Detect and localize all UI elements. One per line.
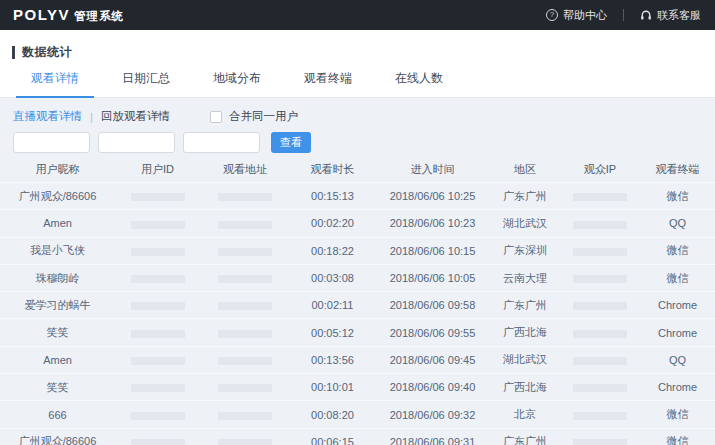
col-watch-url: 观看地址 [200,162,290,177]
link-separator: | [90,111,93,123]
table-row: 我是小飞侠 00:18:22 2018/06/06 10:15 广东深圳 微信 [0,237,715,264]
redacted-user-id [131,357,185,365]
cell-nickname: Amen [0,354,115,366]
redacted-watch-url [218,384,272,392]
cell-nickname: 我是小飞侠 [0,243,115,258]
help-center-label: 帮助中心 [563,8,607,23]
redacted-watch-url [218,275,272,283]
cell-watch-url [200,245,290,257]
cell-user-id [115,272,200,284]
cell-terminal: 微信 [640,271,715,286]
cell-terminal: 微信 [640,407,715,422]
merge-checkbox-label: 合并同一用户 [229,109,298,124]
cell-user-id [115,245,200,257]
filter-links: 直播观看详情 | 回放观看详情 合并同一用户 [0,98,715,124]
cell-enter-time: 2018/06/06 09:32 [375,409,490,421]
col-nickname: 用户昵称 [0,162,115,177]
cell-nickname: 666 [0,409,115,421]
cell-enter-time: 2018/06/06 09:55 [375,327,490,339]
table-row: 笑笑 00:05:12 2018/06/06 09:55 广西北海 Chrome [0,318,715,345]
redacted-watch-url [218,302,272,310]
cell-duration: 00:05:12 [290,327,375,339]
cell-duration: 00:13:56 [290,354,375,366]
col-viewer-ip: 观众IP [560,162,640,177]
redacted-watch-url [218,221,272,229]
table-row: 珠穆朗岭 00:03:08 2018/06/06 10:05 云南大理 微信 [0,264,715,291]
cell-region: 广西北海 [490,380,560,395]
tab-watch-details[interactable]: 观看详情 [16,70,94,98]
cell-nickname: Amen [0,217,115,229]
cell-enter-time: 2018/06/06 10:05 [375,272,490,284]
cell-region: 广东广州 [490,298,560,313]
redacted-user-id [131,248,185,256]
redacted-viewer-ip [573,412,627,420]
table-row: 666 00:08:20 2018/06/06 09:32 北京 微信 [0,400,715,427]
live-details-link[interactable]: 直播观看详情 [13,109,82,124]
cell-user-id [115,190,200,202]
redacted-viewer-ip [573,357,627,365]
cell-nickname: 爱学习的蜗牛 [0,298,115,313]
cell-watch-url [200,327,290,339]
cell-region: 云南大理 [490,271,560,286]
help-center-link[interactable]: ? 帮助中心 [546,8,607,23]
cell-user-id [115,381,200,393]
redacted-watch-url [218,193,272,201]
polyv-logo[interactable]: POLYV 管理系统 [13,6,124,24]
cell-enter-time: 2018/06/06 09:45 [375,354,490,366]
cell-user-id [115,409,200,421]
playback-details-link[interactable]: 回放观看详情 [101,109,170,124]
redacted-user-id [131,221,185,229]
cell-region: 北京 [490,407,560,422]
tab-date-summary[interactable]: 日期汇总 [107,70,185,98]
table-row: 笑笑 00:10:01 2018/06/06 09:40 广西北海 Chrome [0,373,715,400]
redacted-viewer-ip [573,221,627,229]
col-region: 地区 [490,162,560,177]
tab-online-users[interactable]: 在线人数 [380,70,458,98]
cell-viewer-ip [560,299,640,311]
merge-checkbox[interactable] [210,111,222,123]
query-input-1[interactable] [13,132,90,153]
query-input-3[interactable] [183,132,260,153]
redacted-watch-url [218,357,272,365]
topbar-actions: ? 帮助中心 联系客服 [546,8,701,23]
table-row: Amen 00:13:56 2018/06/06 09:45 湖北武汉 QQ [0,346,715,373]
tab-region-distribution[interactable]: 地域分布 [198,70,276,98]
cell-terminal: Chrome [640,327,715,339]
cell-terminal: 微信 [640,243,715,258]
cell-enter-time: 2018/06/06 10:25 [375,190,490,202]
cell-duration: 00:15:13 [290,190,375,202]
cell-enter-time: 2018/06/06 09:31 [375,436,490,445]
cell-duration: 00:10:01 [290,381,375,393]
cell-duration: 00:08:20 [290,409,375,421]
cell-region: 广东广州 [490,189,560,204]
merge-same-user-option[interactable]: 合并同一用户 [210,109,298,124]
cell-region: 广东广州 [490,434,560,445]
cell-user-id [115,354,200,366]
contact-support-link[interactable]: 联系客服 [640,8,701,23]
query-input-2[interactable] [98,132,175,153]
cell-nickname: 广州观众/86606 [0,434,115,445]
cell-watch-url [200,354,290,366]
redacted-watch-url [218,248,272,256]
cell-viewer-ip [560,354,640,366]
filter-inputs: 查看 [0,131,715,153]
cell-enter-time: 2018/06/06 09:40 [375,381,490,393]
redacted-viewer-ip [573,302,627,310]
cell-duration: 00:02:20 [290,217,375,229]
redacted-viewer-ip [573,330,627,338]
col-terminal: 观看终端 [640,162,715,177]
cell-enter-time: 2018/06/06 10:23 [375,217,490,229]
redacted-viewer-ip [573,439,627,445]
col-duration: 观看时长 [290,162,375,177]
cell-user-id [115,327,200,339]
table-row: 爱学习的蜗牛 00:02:11 2018/06/06 09:58 广东广州 Ch… [0,291,715,318]
redacted-viewer-ip [573,193,627,201]
cell-duration: 00:02:11 [290,299,375,311]
cell-user-id [115,299,200,311]
page-head: 数据统计 观看详情 日期汇总 地域分布 观看终端 在线人数 [0,30,715,98]
redacted-watch-url [218,439,272,445]
tab-watch-terminal[interactable]: 观看终端 [289,70,367,98]
redacted-user-id [131,302,185,310]
search-button[interactable]: 查看 [271,132,311,153]
cell-region: 湖北武汉 [490,216,560,231]
